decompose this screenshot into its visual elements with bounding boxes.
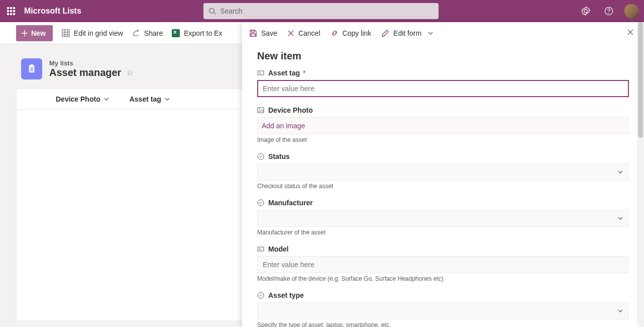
column-label: Device Photo (56, 95, 100, 103)
svg-point-12 (608, 13, 609, 14)
field-label-text: Asset tag (268, 69, 300, 77)
field-label-text: Device Photo (268, 106, 313, 114)
settings-button[interactable] (578, 3, 594, 19)
svg-line-10 (213, 13, 216, 15)
save-button[interactable]: Save (249, 29, 277, 37)
account-avatar[interactable] (624, 4, 639, 19)
field-help: Manufacturer of the asset (257, 229, 629, 236)
edit-in-grid-button[interactable]: Edit in grid view (62, 29, 123, 37)
chevron-down-icon (617, 169, 623, 175)
search-box[interactable] (203, 3, 439, 19)
field-help: Image of the asset (257, 136, 629, 143)
clipboard-icon (26, 63, 37, 74)
close-panel-button[interactable] (627, 29, 634, 38)
export-label: Export to Ex (184, 29, 222, 37)
column-label: Asset tag (130, 95, 161, 103)
status-dropdown[interactable] (257, 164, 629, 181)
svg-rect-0 (7, 7, 9, 9)
field-asset-tag: Asset tag * (257, 69, 629, 97)
cancel-button[interactable]: Cancel (287, 29, 320, 37)
share-label: Share (144, 29, 163, 37)
new-button-label: New (31, 29, 46, 37)
plus-icon (21, 30, 28, 37)
svg-rect-4 (10, 10, 12, 12)
share-button[interactable]: Share (132, 29, 163, 37)
manufacturer-dropdown[interactable] (257, 210, 629, 227)
close-icon (627, 29, 634, 36)
svg-rect-13 (62, 30, 69, 37)
image-field-icon (257, 107, 264, 114)
text-field-icon (257, 69, 264, 76)
column-asset-tag[interactable]: Asset tag (120, 95, 180, 103)
panel-body[interactable]: New item Asset tag * Device Photo Add an… (242, 44, 644, 327)
search-icon (208, 7, 216, 15)
field-label-text: Asset type (268, 291, 304, 299)
svg-rect-23 (258, 71, 264, 75)
svg-point-29 (258, 292, 264, 298)
svg-point-27 (258, 200, 264, 206)
svg-rect-1 (10, 7, 12, 9)
asset-type-dropdown[interactable] (257, 302, 629, 319)
field-device-photo: Device Photo Add an image Image of the a… (257, 106, 629, 143)
scrollbar-thumb[interactable] (638, 22, 643, 138)
search-input[interactable] (220, 7, 434, 15)
field-help: Specify the type of asset: laptop, smart… (257, 321, 629, 327)
app-name: Microsoft Lists (24, 7, 81, 16)
favorite-star-icon[interactable]: ☆ (126, 68, 133, 77)
add-image-button[interactable]: Add an image (257, 117, 629, 134)
list-title-text: Asset manager (49, 67, 121, 78)
chevron-down-icon (164, 96, 170, 102)
required-indicator: * (303, 69, 305, 77)
chevron-down-icon (427, 30, 434, 36)
choice-field-icon (257, 199, 264, 206)
help-button[interactable] (601, 3, 617, 19)
field-manufacturer: Manufacturer Manufacturer of the asset (257, 199, 629, 236)
svg-rect-19 (30, 64, 33, 66)
panel-toolbar: Save Cancel Copy link Edit form (242, 22, 644, 44)
choice-field-icon (257, 153, 264, 160)
field-help: Checkout status of the asset (257, 183, 629, 190)
panel-title: New item (257, 50, 629, 62)
column-device-photo[interactable]: Device Photo (46, 95, 120, 103)
field-label-text: Model (268, 245, 288, 253)
copy-link-label: Copy link (343, 29, 372, 37)
field-model: Model Model/make of the device (e.g: Sur… (257, 245, 629, 282)
field-help: Model/make of the device (e.g: Surface G… (257, 275, 629, 282)
save-label: Save (261, 29, 277, 37)
help-icon (604, 7, 613, 16)
grid-icon (62, 29, 70, 37)
chevron-down-icon (617, 308, 623, 314)
svg-point-25 (259, 109, 260, 110)
edit-in-grid-label: Edit in grid view (74, 29, 123, 37)
list-icon (21, 58, 42, 79)
chevron-down-icon (617, 215, 623, 221)
field-asset-type: Asset type Specify the type of asset: la… (257, 291, 629, 327)
pencil-icon (381, 29, 389, 37)
page-scrollbar[interactable] (637, 22, 644, 327)
new-button[interactable]: New (16, 25, 53, 41)
excel-icon (172, 29, 180, 37)
model-input[interactable] (257, 256, 629, 273)
asset-tag-input[interactable] (257, 80, 629, 97)
new-item-panel: Save Cancel Copy link Edit form New item… (242, 22, 644, 327)
edit-form-label: Edit form (393, 29, 421, 37)
svg-rect-8 (13, 13, 15, 15)
breadcrumb[interactable]: My lists (49, 59, 133, 67)
edit-form-button[interactable]: Edit form (381, 29, 434, 37)
svg-rect-5 (13, 10, 15, 12)
field-status: Status Checkout status of the asset (257, 152, 629, 190)
svg-point-26 (258, 153, 264, 159)
svg-point-9 (209, 8, 214, 13)
app-launcher-button[interactable] (0, 0, 22, 22)
svg-rect-28 (258, 247, 264, 251)
copy-link-button[interactable]: Copy link (331, 29, 372, 37)
svg-rect-18 (29, 65, 35, 73)
export-button[interactable]: Export to Ex (172, 29, 222, 37)
share-icon (132, 29, 140, 37)
gear-icon (581, 7, 590, 16)
chevron-down-icon (103, 96, 110, 102)
suite-bar: Microsoft Lists (0, 0, 644, 22)
svg-rect-2 (13, 7, 15, 9)
field-label-text: Manufacturer (268, 199, 313, 207)
svg-rect-7 (10, 13, 12, 15)
